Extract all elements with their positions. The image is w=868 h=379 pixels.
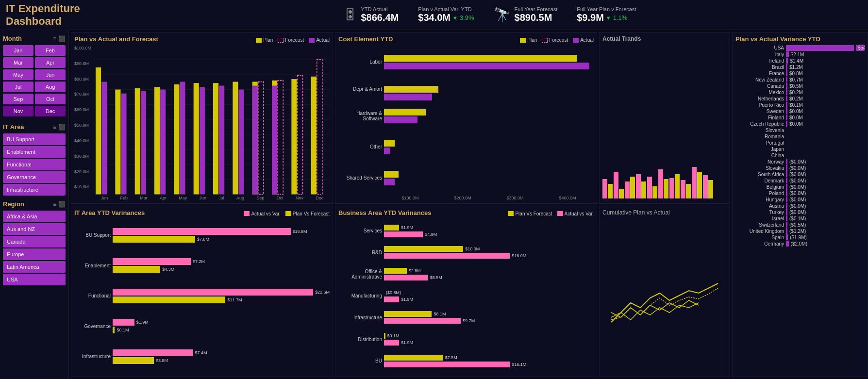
it-variance-row-3: Governance$1.9M$0.1M — [74, 319, 330, 333]
it-area-filter-icon[interactable]: ⬛ — [58, 124, 66, 131]
variance-ytd-country: Mexico — [735, 90, 784, 95]
month-btn-may[interactable]: May — [3, 69, 33, 80]
fyf-value: $890.5M — [515, 12, 558, 23]
variance-ytd-value: ($0.1M) — [789, 216, 806, 221]
region-btn-europe[interactable]: Europe — [3, 248, 66, 260]
month-grid: JanFebMarAprMayJunJulAugSepOctNovDec — [3, 45, 66, 116]
month-btn-oct[interactable]: Oct — [35, 94, 66, 104]
plan-vs-actual-panel: Plan vs Actual and Forecast Plan Forecas… — [71, 32, 333, 204]
cost-element-title: Cost Element YTD — [338, 35, 393, 43]
svg-rect-11 — [115, 90, 120, 195]
it-variance-label: Functional — [74, 293, 111, 298]
variance-ytd-country: Ireland — [735, 58, 784, 64]
it-area-list: BU SupportEnablementFunctionalGovernance… — [3, 133, 66, 197]
variance-ytd-bar — [786, 178, 787, 183]
region-filter-icon[interactable]: ⬛ — [58, 201, 66, 208]
it-area-btn-enablement[interactable]: Enablement — [3, 146, 66, 158]
variance-ytd-bar — [786, 51, 789, 57]
variance-ytd-bar — [786, 96, 787, 101]
svg-rect-17 — [174, 84, 179, 195]
cost-other-row: Other — [338, 140, 594, 154]
fypf-label: Full Year Plan v Forecast — [577, 6, 636, 12]
pav-arrow: ▼ — [452, 15, 458, 21]
trend-pink-bar — [636, 174, 641, 198]
svg-rect-16 — [160, 90, 166, 195]
fypf-value: $9.9M — [577, 12, 604, 23]
svg-rect-12 — [121, 94, 126, 195]
month-btn-sep[interactable]: Sep — [3, 94, 33, 104]
svg-rect-27 — [252, 86, 258, 195]
variance-ytd-value: ($1.9M) — [790, 235, 806, 240]
month-btn-jan[interactable]: Jan — [3, 45, 33, 56]
variance-ytd-row-29: United Kingdom($1.2M) — [735, 228, 865, 234]
variance-ytd-bar — [786, 197, 787, 202]
svg-rect-34 — [317, 60, 322, 195]
variance-ytd-bar — [786, 108, 787, 114]
month-btn-jun[interactable]: Jun — [35, 69, 66, 80]
trend-pink-bar — [602, 179, 607, 198]
variance-ytd-country: Canada — [735, 83, 784, 89]
variance-ytd-bar — [786, 89, 787, 95]
svg-rect-13 — [135, 88, 140, 195]
variance-ytd-row-15: Portugal — [735, 140, 865, 146]
month-label: Month — [3, 35, 22, 42]
variance-ytd-bar — [786, 190, 787, 196]
it-area-list-icon[interactable]: ≡ — [53, 124, 56, 131]
variance-ytd-bar — [786, 171, 787, 177]
month-filter-icon[interactable]: ⬛ — [58, 35, 66, 42]
trend-pink-bar — [703, 175, 708, 198]
biz-variance-label: Services — [338, 228, 382, 233]
region-btn-canada[interactable]: Canada — [3, 236, 66, 247]
variance-ytd-country: Norway — [735, 159, 784, 165]
it-area-btn-governance[interactable]: Governance — [3, 171, 66, 183]
it-area-btn-infrastructure[interactable]: Infrastructure — [3, 184, 66, 196]
region-btn-aus-and-nz[interactable]: Aus and NZ — [3, 223, 66, 235]
month-btn-dec[interactable]: Dec — [35, 106, 66, 116]
month-btn-jul[interactable]: Jul — [3, 82, 33, 92]
full-year-forecast-metric: 🔭 Full Year Forecast $890.5M — [494, 6, 558, 23]
trend-bar-group-7 — [681, 180, 691, 198]
region-list-icon[interactable]: ≡ — [53, 201, 56, 208]
variance-ytd-country: Switzerland — [735, 222, 784, 228]
variance-ytd-bar — [786, 83, 787, 89]
plan-vs-actual-title: Plan vs Actual and Forecast — [74, 35, 158, 43]
biz-variance-label: Manufacturing — [338, 293, 382, 298]
month-btn-nov[interactable]: Nov — [3, 106, 33, 116]
variance-ytd-row-26: Turkey($0.0M) — [735, 209, 865, 215]
variance-ytd-country: Brazil — [735, 65, 784, 70]
region-btn-latin-america[interactable]: Latin America — [3, 261, 66, 273]
it-area-btn-bu-support[interactable]: BU Support — [3, 133, 66, 145]
variance-ytd-country: Germany — [735, 241, 784, 247]
month-list-icon[interactable]: ≡ — [53, 35, 56, 42]
month-btn-feb[interactable]: Feb — [35, 45, 66, 56]
variance-ytd-country: New Zealand — [735, 77, 784, 82]
variance-ytd-bar — [786, 159, 787, 165]
variance-ytd-bar — [786, 222, 787, 228]
cost-labor-row: Labor — [338, 55, 594, 69]
month-btn-aug[interactable]: Aug — [35, 82, 66, 92]
variance-ytd-row-16: Japan — [735, 146, 865, 152]
header-metrics: 🎛 YTD Actual $866.4M Plan v Actual Var. … — [117, 6, 862, 23]
trend-bar-group-5 — [658, 169, 668, 198]
it-variance-label: Infrastructure — [74, 354, 111, 359]
svg-rect-33 — [311, 77, 317, 195]
variance-ytd-country: Italy — [735, 52, 784, 57]
variance-ytd-country: South Africa — [735, 172, 784, 177]
region-btn-usa[interactable]: USA — [3, 274, 66, 285]
forecast-icon: 🔭 — [494, 7, 511, 23]
it-area-section-header: IT Area ≡ ⬛ — [3, 123, 66, 131]
month-btn-apr[interactable]: Apr — [35, 57, 66, 68]
variance-ytd-value: ($0.0M) — [789, 203, 806, 209]
it-area-btn-functional[interactable]: Functional — [3, 159, 66, 170]
plan-actual-var-metric: Plan v Actual Var. YTD $34.0M ▼ 3.9% — [418, 6, 474, 23]
variance-ytd-bar — [786, 70, 787, 76]
biz-variance-row-2: Office & Administrative$2.8M$5.5M — [338, 268, 594, 280]
month-btn-mar[interactable]: Mar — [3, 57, 33, 68]
trends-bars-container — [602, 44, 727, 200]
variance-ytd-country: Japan — [735, 147, 784, 152]
trend-bar-group-4 — [647, 177, 657, 198]
variance-ytd-country: Hungary — [735, 197, 784, 202]
variance-ytd-row-12: Czech Republic$0.0M — [735, 121, 865, 127]
region-btn-africa-&-asia[interactable]: Africa & Asia — [3, 211, 66, 222]
variance-ytd-value: $0.2M — [789, 96, 803, 101]
